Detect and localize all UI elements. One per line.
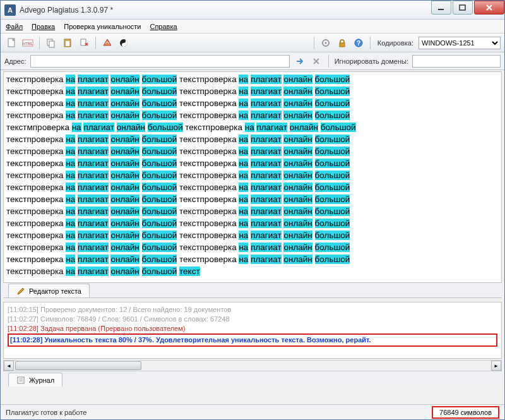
text-editor-pane[interactable]: текстпроверка на плагиат онлайн большой … [3, 71, 502, 283]
maximize-button[interactable] [453, 1, 473, 15]
statusbar: Плагиатус готов к работе 76849 символов [1, 404, 504, 419]
status-ready: Плагиатус готов к работе [6, 409, 432, 416]
clear-icon[interactable] [77, 36, 91, 50]
minimize-button[interactable] [431, 1, 451, 15]
horizontal-scrollbar[interactable]: ◄ ► [3, 360, 502, 371]
editor-tabstrip: Редактор текста [3, 283, 502, 298]
log-line: [11:02:15] Проверено документов: 12 / Вс… [8, 305, 497, 315]
tab-editor[interactable]: Редактор текста [8, 284, 90, 297]
close-button[interactable] [474, 1, 504, 15]
log-pane[interactable]: [11:02:15] Проверено документов: 12 / Вс… [3, 302, 502, 359]
app-window: A Advego Plagiatus 1.3.0.97 * Файл Правк… [0, 0, 505, 420]
menu-help[interactable]: Справка [150, 23, 177, 30]
tab-editor-label: Редактор текста [29, 287, 81, 295]
help-icon[interactable]: ? [352, 36, 365, 50]
yinyang-icon[interactable] [117, 36, 131, 50]
log-result-box: [11:02:28] Уникальность текста 80% / 37%… [8, 333, 497, 347]
scroll-left-arrow-icon[interactable]: ◄ [4, 361, 14, 371]
log-result-line: [11:02:28] Уникальность текста 80% / 37%… [10, 336, 371, 344]
go-arrow-icon[interactable] [294, 55, 306, 68]
svg-rect-9 [81, 39, 86, 45]
ignore-domains-input[interactable] [412, 55, 501, 68]
scroll-thumb[interactable] [15, 361, 141, 370]
app-icon: A [4, 4, 16, 16]
pencil-icon [16, 287, 25, 296]
html-icon[interactable]: HTML [21, 36, 35, 50]
journal-tabstrip: Журнал [3, 371, 502, 387]
svg-rect-8 [66, 41, 69, 46]
new-file-icon[interactable] [4, 36, 18, 50]
scroll-right-arrow-icon[interactable]: ► [491, 361, 501, 371]
svg-rect-13 [340, 43, 345, 47]
svg-rect-0 [438, 9, 444, 10]
svg-rect-1 [460, 5, 465, 10]
menu-check[interactable]: Проверка уникальности [64, 23, 141, 30]
address-bar: Адрес: Игнорировать домены: [1, 52, 504, 70]
cancel-icon[interactable] [310, 55, 323, 68]
gear-icon[interactable] [319, 36, 333, 50]
toolbar: HTML ? Кодировка: WINDOWS-1251 [1, 33, 504, 52]
check-icon[interactable] [100, 36, 114, 50]
status-symbols: 76849 символов [432, 406, 499, 419]
svg-rect-6 [49, 41, 54, 47]
tab-journal[interactable]: Журнал [8, 373, 62, 387]
menu-file[interactable]: Файл [6, 23, 23, 30]
svg-text:?: ? [357, 40, 360, 47]
address-label: Адрес: [4, 57, 27, 65]
ignore-domains-label: Игнорировать домены: [335, 57, 408, 65]
menu-edit[interactable]: Правка [32, 23, 55, 30]
log-line: [11:02:27] Символов: 76849 / Слов: 9601 … [8, 315, 497, 324]
log-line: [11:02:28] Задача прервана (Прервано пол… [8, 324, 497, 333]
address-input[interactable] [30, 55, 290, 68]
lock-icon[interactable] [335, 36, 349, 50]
svg-rect-16 [18, 377, 24, 383]
paste-icon[interactable] [61, 36, 74, 50]
journal-icon [16, 376, 25, 385]
svg-point-12 [324, 42, 326, 44]
copy-icon[interactable] [44, 36, 58, 50]
menubar: Файл Правка Проверка уникальности Справк… [1, 20, 504, 33]
svg-text:HTML: HTML [23, 42, 33, 45]
tab-journal-label: Журнал [29, 376, 54, 384]
encoding-label: Кодировка: [377, 39, 413, 47]
titlebar: A Advego Plagiatus 1.3.0.97 * [1, 1, 504, 20]
window-title: Advego Plagiatus 1.3.0.97 * [20, 6, 430, 15]
encoding-select[interactable]: WINDOWS-1251 [419, 37, 501, 49]
